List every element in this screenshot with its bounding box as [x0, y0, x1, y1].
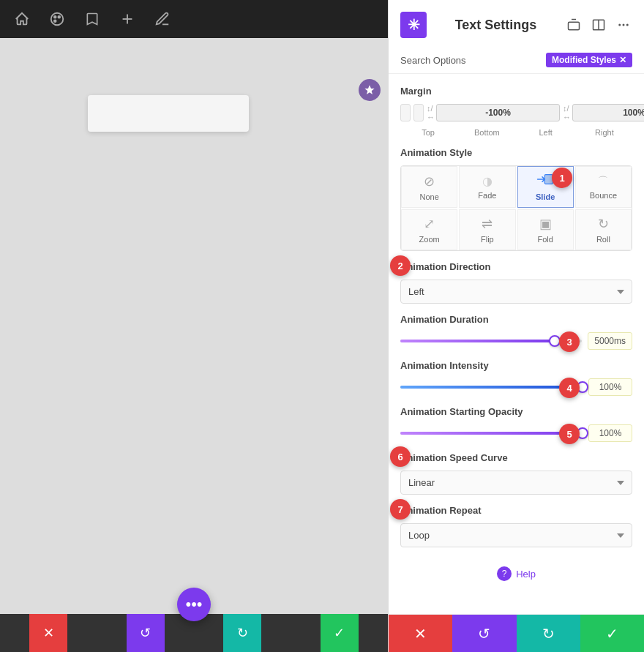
anim-flip[interactable]: ⇌ Flip — [459, 209, 515, 250]
none-icon: ⊘ — [424, 173, 435, 190]
animation-speed-select[interactable]: Linear Ease In Ease Out Ease In Out — [400, 471, 632, 495]
top-toolbar — [0, 0, 388, 38]
intensity-slider-track[interactable] — [400, 386, 583, 389]
columns-icon[interactable] — [590, 16, 607, 34]
palette-icon[interactable] — [47, 9, 67, 29]
panel-header-icons — [565, 16, 632, 34]
text-element — [88, 95, 249, 132]
duration-slider-track[interactable] — [400, 340, 582, 342]
fab-dots-icon: ••• — [185, 595, 202, 614]
bottom-bar: ✕ ↺ ↻ ✓ — [389, 614, 644, 652]
zoom-label: Zoom — [419, 235, 440, 244]
bounce-label: Bounce — [590, 191, 617, 200]
pencil-icon[interactable] — [152, 9, 173, 29]
svg-point-11 — [623, 24, 625, 26]
anim-zoom[interactable]: ⤢ Zoom — [401, 209, 457, 250]
anim-none[interactable]: ⊘ None — [401, 166, 457, 208]
fab-button[interactable]: ••• — [177, 588, 211, 621]
animation-style-title: Animation Style — [400, 147, 632, 158]
settings-panel: ✳ Text Settings — [388, 0, 644, 652]
help-row[interactable]: ? Help — [400, 558, 632, 590]
slide-label: Slide — [536, 192, 555, 201]
margin-top-label: Top — [400, 128, 456, 137]
add-icon[interactable] — [117, 9, 138, 29]
panel-title: Text Settings — [455, 18, 537, 33]
animation-direction-select[interactable]: Left Right Top Bottom — [400, 280, 632, 304]
modified-styles-text: Modified Styles — [552, 55, 616, 65]
animation-style-section: Animation Style 1 ⊘ None ◑ Fade — [400, 147, 632, 251]
step-6-badge: 6 — [390, 446, 411, 467]
search-bar-row: Search Options Modified Styles ✕ — [400, 47, 632, 73]
svg-marker-6 — [364, 85, 374, 94]
margin-top-input[interactable] — [400, 104, 411, 121]
canvas-panel: ••• ✕ ↺ ↻ ✓ — [0, 0, 388, 652]
step-7-badge: 7 — [390, 499, 411, 520]
animation-intensity-title: Animation Intensity — [400, 360, 632, 371]
anim-roll[interactable]: ↻ Roll — [575, 209, 632, 250]
margin-right-label: Right — [577, 128, 632, 137]
cancel-action-button[interactable]: ✕ — [29, 614, 67, 652]
animation-repeat-select[interactable]: Loop Once Twice — [400, 523, 632, 547]
panel-content: Margin ↕/↔ -100% ↕/↔ 100% — [389, 74, 644, 614]
canvas-star-icon — [359, 79, 381, 101]
opacity-value: 100% — [588, 424, 632, 442]
canvas-area — [0, 38, 388, 614]
svg-point-0 — [51, 13, 64, 26]
margin-title: Margin — [400, 86, 632, 97]
undo-icon: ↺ — [478, 625, 490, 642]
animation-repeat-section: Animation Repeat 7 Loop Once Twice — [400, 505, 632, 547]
undo-icon: ↺ — [140, 625, 151, 641]
responsive-icon[interactable] — [565, 16, 583, 34]
none-label: None — [419, 192, 438, 201]
anim-bounce[interactable]: ⌒ Bounce — [575, 166, 632, 208]
svg-point-3 — [54, 20, 56, 22]
modified-styles-badge[interactable]: Modified Styles ✕ — [546, 53, 632, 67]
cancel-icon: ✕ — [414, 625, 427, 642]
animation-style-grid: ⊘ None ◑ Fade Slide — [400, 165, 632, 251]
roll-icon: ↻ — [598, 216, 609, 232]
bookmark-icon[interactable] — [82, 9, 102, 29]
anim-fade[interactable]: ◑ Fade — [459, 166, 515, 208]
margin-labels-row: Top Bottom Left Right — [400, 126, 632, 137]
undo-button[interactable]: ↺ — [452, 615, 516, 652]
animation-direction-section: Animation Direction 2 Left Right Top Bot… — [400, 261, 632, 304]
margin-bottom-input[interactable] — [413, 104, 424, 121]
confirm-action-button[interactable]: ✓ — [321, 614, 359, 652]
margin-right-input[interactable]: 100% — [572, 104, 644, 121]
opacity-slider-fill — [400, 432, 583, 435]
home-icon[interactable] — [12, 9, 32, 29]
opacity-slider-row: 100% — [400, 424, 632, 442]
modified-styles-close[interactable]: ✕ — [619, 55, 626, 65]
undo-action-button[interactable]: ↺ — [127, 614, 165, 652]
margin-inputs-row: ↕/↔ -100% ↕/↔ 100% — [400, 104, 632, 121]
margin-left-input[interactable]: -100% — [436, 104, 560, 121]
confirm-icon: ✓ — [334, 625, 345, 641]
step-2-badge: 2 — [390, 255, 411, 276]
duration-slider-row: 5000ms — [400, 332, 632, 350]
intensity-value: 100% — [588, 378, 632, 396]
redo-button[interactable]: ↻ — [517, 615, 580, 652]
step-5-badge: 5 — [559, 424, 580, 444]
more-options-icon[interactable] — [615, 16, 632, 34]
animation-speed-section: Animation Speed Curve 6 Linear Ease In E… — [400, 452, 632, 495]
redo-action-button[interactable]: ↻ — [223, 614, 261, 652]
opacity-slider-track[interactable] — [400, 432, 583, 435]
step-4-badge: 4 — [559, 378, 580, 398]
step-3-badge: 3 — [559, 331, 580, 352]
panel-title-row: ✳ Text Settings — [400, 12, 632, 38]
margin-top-wrap — [400, 104, 411, 121]
margin-left-wrap: ↕/↔ -100% — [427, 104, 560, 121]
fade-label: Fade — [478, 191, 496, 200]
animation-speed-title: Animation Speed Curve — [400, 452, 632, 463]
animation-intensity-section: Animation Intensity 4 100% — [400, 360, 632, 396]
margin-bottom-label: Bottom — [459, 128, 514, 137]
roll-label: Roll — [596, 235, 610, 244]
intensity-slider-fill — [400, 386, 583, 389]
confirm-button[interactable]: ✓ — [580, 615, 644, 652]
redo-icon: ↻ — [237, 625, 248, 641]
cancel-button[interactable]: ✕ — [389, 615, 452, 652]
cancel-icon: ✕ — [43, 625, 54, 641]
animation-direction-title: Animation Direction — [400, 261, 632, 272]
anim-fold[interactable]: ▣ Fold — [517, 209, 574, 250]
help-icon: ? — [497, 566, 512, 581]
